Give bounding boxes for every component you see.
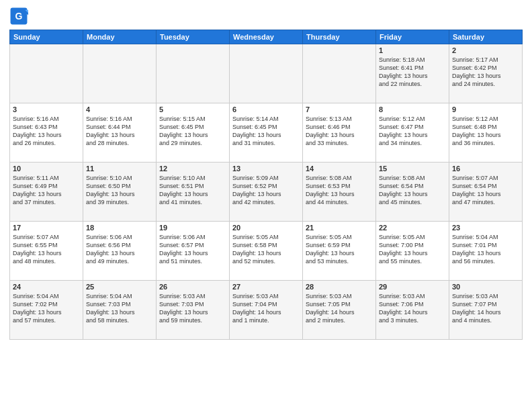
day-number: 21 (306, 224, 373, 232)
calendar-cell (303, 44, 376, 103)
week-row-2: 10Sunrise: 5:11 AM Sunset: 6:49 PM Dayli… (10, 163, 523, 222)
day-number: 5 (159, 105, 226, 113)
day-info: Sunrise: 5:18 AM Sunset: 6:41 PM Dayligh… (379, 56, 446, 89)
calendar-cell: 24Sunrise: 5:04 AM Sunset: 7:02 PM Dayli… (10, 281, 83, 340)
day-header-thursday: Thursday (303, 30, 376, 44)
day-number: 18 (86, 224, 153, 232)
day-info: Sunrise: 5:05 AM Sunset: 6:59 PM Dayligh… (306, 233, 373, 266)
day-number: 11 (86, 165, 153, 173)
day-number: 6 (232, 105, 300, 113)
day-info: Sunrise: 5:03 AM Sunset: 7:06 PM Dayligh… (379, 292, 446, 325)
calendar-cell: 26Sunrise: 5:03 AM Sunset: 7:03 PM Dayli… (157, 281, 230, 340)
calendar-cell: 14Sunrise: 5:08 AM Sunset: 6:53 PM Dayli… (303, 163, 376, 222)
calendar-cell: 5Sunrise: 5:15 AM Sunset: 6:45 PM Daylig… (157, 103, 230, 163)
day-number: 13 (232, 165, 300, 173)
page: G SundayMondayTuesdayWednesdayThursdayFr… (0, 0, 532, 411)
day-info: Sunrise: 5:16 AM Sunset: 6:44 PM Dayligh… (86, 115, 153, 148)
calendar-cell: 13Sunrise: 5:09 AM Sunset: 6:52 PM Dayli… (230, 163, 303, 222)
calendar-cell: 11Sunrise: 5:10 AM Sunset: 6:50 PM Dayli… (83, 163, 157, 222)
calendar-cell (230, 44, 303, 103)
day-header-friday: Friday (376, 30, 449, 44)
day-number: 7 (306, 105, 373, 113)
day-number: 8 (379, 105, 446, 113)
calendar-cell: 3Sunrise: 5:16 AM Sunset: 6:43 PM Daylig… (10, 103, 83, 163)
day-header-saturday: Saturday (449, 30, 523, 44)
day-info: Sunrise: 5:10 AM Sunset: 6:51 PM Dayligh… (159, 174, 226, 207)
day-info: Sunrise: 5:16 AM Sunset: 6:43 PM Dayligh… (13, 115, 80, 148)
day-number: 4 (86, 105, 153, 113)
calendar-cell: 25Sunrise: 5:04 AM Sunset: 7:03 PM Dayli… (83, 281, 157, 340)
day-header-wednesday: Wednesday (230, 30, 303, 44)
day-info: Sunrise: 5:07 AM Sunset: 6:54 PM Dayligh… (452, 174, 519, 207)
day-number: 3 (13, 105, 80, 113)
day-number: 2 (452, 46, 519, 54)
day-header-tuesday: Tuesday (157, 30, 230, 44)
svg-text:G: G (15, 11, 23, 21)
day-info: Sunrise: 5:04 AM Sunset: 7:03 PM Dayligh… (86, 292, 153, 325)
day-number: 24 (13, 283, 80, 291)
day-number: 15 (379, 165, 446, 173)
day-info: Sunrise: 5:04 AM Sunset: 7:01 PM Dayligh… (452, 233, 519, 266)
calendar-cell: 30Sunrise: 5:03 AM Sunset: 7:07 PM Dayli… (449, 281, 523, 340)
calendar-cell: 2Sunrise: 5:17 AM Sunset: 6:42 PM Daylig… (449, 44, 523, 103)
day-info: Sunrise: 5:11 AM Sunset: 6:49 PM Dayligh… (13, 174, 80, 207)
day-number: 9 (452, 105, 519, 113)
calendar-cell: 29Sunrise: 5:03 AM Sunset: 7:06 PM Dayli… (376, 281, 449, 340)
logo: G (9, 7, 30, 26)
calendar-cell: 7Sunrise: 5:13 AM Sunset: 6:46 PM Daylig… (303, 103, 376, 163)
day-info: Sunrise: 5:12 AM Sunset: 6:47 PM Dayligh… (379, 115, 446, 148)
day-info: Sunrise: 5:17 AM Sunset: 6:42 PM Dayligh… (452, 56, 519, 89)
day-info: Sunrise: 5:09 AM Sunset: 6:52 PM Dayligh… (232, 174, 300, 207)
calendar-cell: 12Sunrise: 5:10 AM Sunset: 6:51 PM Dayli… (157, 163, 230, 222)
calendar-cell (157, 44, 230, 103)
day-number: 17 (13, 224, 80, 232)
day-info: Sunrise: 5:15 AM Sunset: 6:45 PM Dayligh… (159, 115, 226, 148)
header: G (9, 7, 523, 26)
day-number: 14 (306, 165, 373, 173)
calendar-cell: 17Sunrise: 5:07 AM Sunset: 6:55 PM Dayli… (10, 222, 83, 281)
day-number: 1 (379, 46, 446, 54)
day-info: Sunrise: 5:03 AM Sunset: 7:05 PM Dayligh… (306, 292, 373, 325)
calendar-cell: 15Sunrise: 5:08 AM Sunset: 6:54 PM Dayli… (376, 163, 449, 222)
calendar-cell: 9Sunrise: 5:12 AM Sunset: 6:48 PM Daylig… (449, 103, 523, 163)
calendar-cell: 27Sunrise: 5:03 AM Sunset: 7:04 PM Dayli… (230, 281, 303, 340)
day-header-monday: Monday (83, 30, 157, 44)
calendar-cell: 8Sunrise: 5:12 AM Sunset: 6:47 PM Daylig… (376, 103, 449, 163)
day-info: Sunrise: 5:14 AM Sunset: 6:45 PM Dayligh… (232, 115, 300, 148)
week-row-4: 24Sunrise: 5:04 AM Sunset: 7:02 PM Dayli… (10, 281, 523, 340)
calendar-cell: 4Sunrise: 5:16 AM Sunset: 6:44 PM Daylig… (83, 103, 157, 163)
day-info: Sunrise: 5:13 AM Sunset: 6:46 PM Dayligh… (306, 115, 373, 148)
day-info: Sunrise: 5:05 AM Sunset: 7:00 PM Dayligh… (379, 233, 446, 266)
calendar: SundayMondayTuesdayWednesdayThursdayFrid… (9, 30, 523, 340)
day-number: 20 (232, 224, 300, 232)
day-number: 25 (86, 283, 153, 291)
calendar-cell (10, 44, 83, 103)
day-number: 12 (159, 165, 226, 173)
day-number: 30 (452, 283, 519, 291)
day-info: Sunrise: 5:08 AM Sunset: 6:53 PM Dayligh… (306, 174, 373, 207)
day-info: Sunrise: 5:04 AM Sunset: 7:02 PM Dayligh… (13, 292, 80, 325)
day-info: Sunrise: 5:05 AM Sunset: 6:58 PM Dayligh… (232, 233, 300, 266)
logo-icon: G (9, 7, 28, 26)
calendar-cell: 6Sunrise: 5:14 AM Sunset: 6:45 PM Daylig… (230, 103, 303, 163)
calendar-cell: 1Sunrise: 5:18 AM Sunset: 6:41 PM Daylig… (376, 44, 449, 103)
day-number: 26 (159, 283, 226, 291)
day-info: Sunrise: 5:06 AM Sunset: 6:57 PM Dayligh… (159, 233, 226, 266)
calendar-cell: 18Sunrise: 5:06 AM Sunset: 6:56 PM Dayli… (83, 222, 157, 281)
day-number: 19 (159, 224, 226, 232)
day-number: 28 (306, 283, 373, 291)
day-header-sunday: Sunday (10, 30, 83, 44)
calendar-cell: 23Sunrise: 5:04 AM Sunset: 7:01 PM Dayli… (449, 222, 523, 281)
week-row-3: 17Sunrise: 5:07 AM Sunset: 6:55 PM Dayli… (10, 222, 523, 281)
calendar-cell: 10Sunrise: 5:11 AM Sunset: 6:49 PM Dayli… (10, 163, 83, 222)
day-info: Sunrise: 5:07 AM Sunset: 6:55 PM Dayligh… (13, 233, 80, 266)
calendar-cell: 21Sunrise: 5:05 AM Sunset: 6:59 PM Dayli… (303, 222, 376, 281)
day-number: 29 (379, 283, 446, 291)
day-number: 16 (452, 165, 519, 173)
calendar-cell: 20Sunrise: 5:05 AM Sunset: 6:58 PM Dayli… (230, 222, 303, 281)
day-number: 27 (232, 283, 300, 291)
calendar-cell: 28Sunrise: 5:03 AM Sunset: 7:05 PM Dayli… (303, 281, 376, 340)
week-row-0: 1Sunrise: 5:18 AM Sunset: 6:41 PM Daylig… (10, 44, 523, 103)
day-info: Sunrise: 5:03 AM Sunset: 7:07 PM Dayligh… (452, 292, 519, 325)
calendar-cell: 22Sunrise: 5:05 AM Sunset: 7:00 PM Dayli… (376, 222, 449, 281)
